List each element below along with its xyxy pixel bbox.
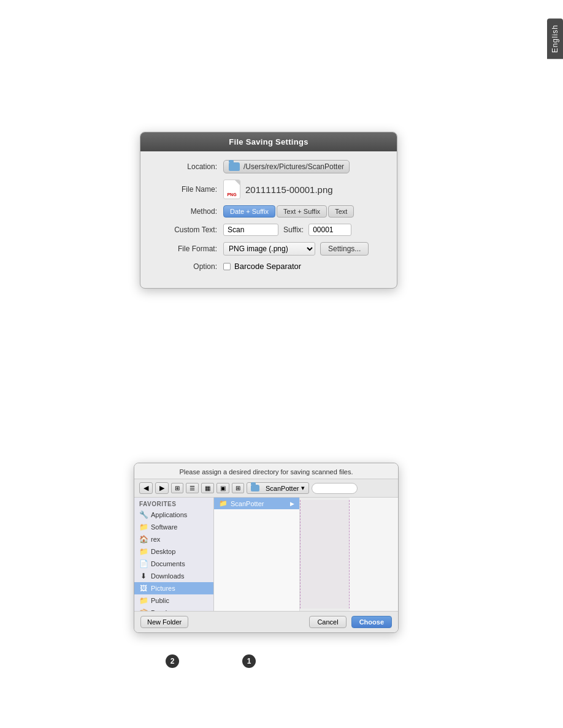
cancel-button[interactable]: Cancel [309, 616, 346, 628]
sidebar-item-downloads[interactable]: ⬇ Downloads [134, 570, 213, 582]
forward-button[interactable]: ▶ [155, 482, 169, 494]
callout-2: 2 [166, 654, 179, 668]
language-tab: English [547, 18, 563, 59]
location-button[interactable]: /Users/rex/Pictures/ScanPotter [223, 160, 350, 173]
back-button[interactable]: ◀ [139, 482, 153, 494]
sidebar-item-public[interactable]: 📁 Public [134, 594, 213, 607]
barcode-separator-checkbox[interactable] [223, 263, 231, 270]
custom-text-input[interactable] [223, 224, 278, 236]
new-folder-button[interactable]: New Folder [140, 616, 188, 628]
sidebar-item-label: Dropbox [151, 609, 177, 611]
sidebar-item-documents[interactable]: 📄 Documents [134, 558, 213, 570]
sidebar-item-rex[interactable]: 🏠 rex [134, 533, 213, 545]
sub-pane-2 [350, 498, 398, 611]
applications-icon: 🔧 [139, 510, 148, 519]
chooser-message: Please assign a desired directory for sa… [134, 463, 398, 479]
dialog-title: File Saving Settings [229, 137, 308, 146]
method-row: Method: Date + Suffix Text + Suffix Text [153, 205, 385, 218]
public-icon: 📁 [139, 596, 148, 605]
location-path: /Users/rex/Pictures/ScanPotter [243, 162, 344, 171]
file-chooser-dialog: Please assign a desired directory for sa… [134, 463, 399, 633]
sidebar-pane: FAVORITES 🔧 Applications 📁 Software 🏠 re… [134, 498, 214, 611]
sidebar-item-label: Downloads [151, 572, 184, 580]
sidebar-item-label: Desktop [151, 548, 175, 555]
chooser-toolbar: ◀ ▶ ⊞ ☰ ▦ ▣ ⊞ ScanPotter ▾ [134, 479, 398, 498]
barcode-separator-label: Barcode Separator [234, 262, 301, 271]
view-cover-button[interactable]: ▣ [216, 483, 229, 493]
sidebar-item-dropbox[interactable]: 📦 Dropbox [134, 607, 213, 611]
filename-row: File Name: PNG 20111115-00001.png [153, 180, 385, 199]
documents-icon: 📄 [139, 559, 148, 568]
sidebar-item-label: Software [151, 523, 177, 531]
file-format-select[interactable]: PNG image (.png) JPEG image (.jpg) TIFF … [223, 242, 315, 256]
option-label: Option: [153, 262, 217, 271]
folder-icon [229, 162, 240, 171]
file-folder-icon: 📁 [219, 499, 228, 507]
chooser-content: FAVORITES 🔧 Applications 📁 Software 🏠 re… [134, 498, 398, 611]
location-label: Location: [153, 162, 217, 171]
search-input[interactable] [312, 483, 358, 494]
sidebar-item-software[interactable]: 📁 Software [134, 521, 213, 533]
dialog-titlebar: File Saving Settings [140, 132, 397, 151]
settings-button[interactable]: Settings... [320, 242, 369, 256]
method-text-suffix[interactable]: Text + Suffix [277, 205, 327, 218]
suffix-label: Suffix: [283, 226, 304, 234]
method-text[interactable]: Text [328, 205, 354, 218]
sidebar-item-applications[interactable]: 🔧 Applications [134, 509, 213, 521]
pictures-icon: 🖼 [139, 584, 148, 593]
file-column: 📁 ScanPotter ▶ [214, 498, 300, 611]
location-dropdown-label: ScanPotter [266, 485, 299, 492]
sidebar-item-label: rex [151, 536, 160, 543]
file-item-arrow: ▶ [290, 501, 294, 507]
file-item-scanpotter[interactable]: 📁 ScanPotter ▶ [214, 498, 299, 509]
dropdown-arrow: ▾ [301, 484, 305, 492]
filename-area: PNG 20111115-00001.png [223, 180, 333, 199]
choose-button[interactable]: Choose [351, 616, 392, 628]
png-file-icon: PNG [223, 180, 240, 199]
sidebar-item-pictures[interactable]: 🖼 Pictures [134, 582, 213, 594]
sub-pane-1 [300, 500, 350, 609]
option-area: Barcode Separator [223, 262, 301, 271]
custom-text-row: Custom Text: Suffix: [153, 224, 385, 236]
file-saving-settings-dialog: File Saving Settings Location: /Users/re… [140, 132, 397, 289]
sidebar-item-desktop[interactable]: 📁 Desktop [134, 545, 213, 558]
chooser-footer: New Folder Cancel Choose [134, 611, 398, 632]
dropbox-icon: 📦 [139, 609, 148, 611]
custom-text-label: Custom Text: [153, 226, 217, 234]
sidebar-item-label: Pictures [151, 585, 175, 592]
file-format-label: File Format: [153, 245, 217, 253]
view-grid-button[interactable]: ⊞ [232, 483, 244, 493]
favorites-section-label: FAVORITES [134, 498, 213, 509]
method-button-group: Date + Suffix Text + Suffix Text [223, 205, 354, 218]
option-row: Option: Barcode Separator [153, 262, 385, 271]
custom-text-area: Suffix: [223, 224, 351, 236]
location-row: Location: /Users/rex/Pictures/ScanPotter [153, 160, 385, 173]
sidebar-item-label: Documents [151, 560, 185, 567]
rex-icon: 🏠 [139, 535, 148, 544]
view-icon-button[interactable]: ⊞ [171, 483, 183, 493]
view-column-button[interactable]: ▦ [201, 483, 214, 493]
view-list-button[interactable]: ☰ [186, 483, 199, 493]
dropdown-folder-icon [251, 485, 259, 491]
location-dropdown[interactable]: ScanPotter ▾ [247, 482, 309, 494]
software-icon: 📁 [139, 523, 148, 531]
sidebar-item-label: Public [151, 597, 169, 604]
method-label: Method: [153, 207, 217, 216]
file-format-row: File Format: PNG image (.png) JPEG image… [153, 242, 385, 256]
callout-1: 1 [242, 654, 256, 668]
sidebar-item-label: Applications [151, 511, 187, 518]
desktop-icon: 📁 [139, 547, 148, 556]
downloads-icon: ⬇ [139, 572, 148, 580]
suffix-input[interactable] [308, 224, 351, 236]
filename-label: File Name: [153, 185, 217, 194]
method-date-suffix[interactable]: Date + Suffix [223, 205, 275, 218]
filename-value: 20111115-00001.png [245, 184, 333, 195]
file-item-label: ScanPotter [231, 500, 264, 507]
